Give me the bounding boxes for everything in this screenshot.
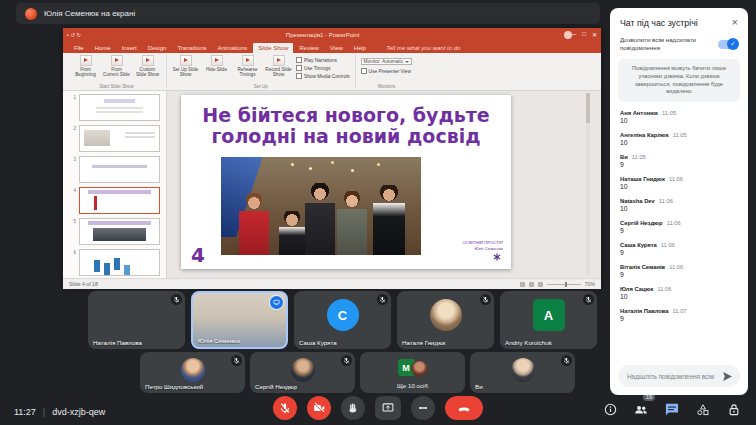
mic-off-icon xyxy=(377,294,388,305)
raise-hand-button[interactable] xyxy=(341,396,365,420)
leave-call-button[interactable] xyxy=(445,396,483,420)
participant-tile-presenting[interactable]: Юлія Семенюк xyxy=(191,291,288,349)
meet-app: Юлія Семенюк на екрані ▪ ↺ ↻ Презентація… xyxy=(0,0,756,425)
host-controls-button[interactable] xyxy=(726,401,742,417)
ppt-slide-thumbnails: 1 2 3 4 5 6 xyxy=(63,91,167,278)
person-figure xyxy=(305,183,335,255)
present-screen-icon xyxy=(382,402,394,414)
current-slide: Не бійтеся нового, будьте голодні на нов… xyxy=(181,95,511,269)
checkbox-icon xyxy=(296,73,302,79)
ppt-window-title: Презентація1 - PowerPoint xyxy=(81,32,564,38)
slide-thumbnail-4-current: 4 xyxy=(71,187,160,214)
presentation-app-icon xyxy=(25,8,37,20)
ppt-check-presenter-view: Use Presenter View xyxy=(361,68,413,74)
ppt-tab-help: Help xyxy=(349,43,371,53)
participant-tile[interactable]: Петро Шидловський xyxy=(140,352,245,393)
allow-messages-label: Дозволити всім надсилати повідомлення xyxy=(620,36,706,52)
chat-icon xyxy=(665,403,679,416)
mic-off-icon xyxy=(341,355,352,366)
chat-message: Natasha Dev11:0610 xyxy=(620,197,738,213)
chat-message: Аня Антонюк11:0510 xyxy=(620,109,738,125)
participant-tile[interactable]: C Саша Курята xyxy=(294,291,391,349)
overflow-participants-tile[interactable]: M Ще 10 осіб xyxy=(360,352,465,393)
chat-button-active[interactable] xyxy=(664,401,680,417)
slide-thumbnail-3: 3 xyxy=(71,156,160,183)
mic-off-icon xyxy=(231,355,242,366)
ppt-check-show-media: Show Media Controls xyxy=(296,73,350,79)
camera-off-icon xyxy=(313,402,325,414)
people-icon xyxy=(634,403,648,416)
info-icon xyxy=(604,403,617,416)
self-tile[interactable]: Ви xyxy=(470,352,575,393)
chat-input[interactable] xyxy=(625,372,718,381)
mic-toggle-button[interactable] xyxy=(273,396,297,420)
slideshow-icon xyxy=(80,55,92,66)
ppt-workspace: 1 2 3 4 5 6 Не бійтеся нового, будьте го… xyxy=(63,91,601,278)
side-panel-icons: 19 xyxy=(602,401,742,417)
camera-toggle-button[interactable] xyxy=(307,396,331,420)
hide-slide-icon xyxy=(211,55,223,66)
person-figure xyxy=(239,193,269,255)
avatar-initial: C xyxy=(327,299,359,331)
chat-message: Сергій Нездюр11:069 xyxy=(620,219,738,235)
participant-tile[interactable]: A Andriy Korolchuk xyxy=(500,291,597,349)
participants-button[interactable]: 19 xyxy=(633,401,649,417)
overflow-avatars: M xyxy=(398,359,428,377)
chat-panel: Чат під час зустрічі × Дозволити всім на… xyxy=(610,8,748,395)
more-options-button[interactable] xyxy=(411,396,435,420)
logo-asterisk-icon xyxy=(493,253,501,261)
lock-icon xyxy=(728,403,740,416)
ppt-tab-view: View xyxy=(325,43,348,53)
activities-button[interactable] xyxy=(695,401,711,417)
chat-message: Наталія Павлова11:079 xyxy=(620,307,738,323)
presenting-banner-text: Юлія Семенюк на екрані xyxy=(44,9,135,18)
slideshow-view-icon xyxy=(538,282,543,287)
slide-thumbnail-6: 6 xyxy=(71,249,160,276)
ppt-tab-review: Review xyxy=(294,43,324,53)
clock-time: 11:27 xyxy=(14,407,36,417)
mic-off-icon xyxy=(480,294,491,305)
chat-message: Ви11:059 xyxy=(620,153,738,169)
ppt-group-monitors: Monitor: Automatic Use Presenter View Mo… xyxy=(356,53,418,90)
avatar xyxy=(411,360,428,377)
meeting-details-button[interactable] xyxy=(602,401,618,417)
ppt-tab-slide-show: Slide Show xyxy=(253,43,293,53)
chat-message: Віталік Семанів11:069 xyxy=(620,263,738,279)
allow-messages-toggle[interactable]: ✓ xyxy=(718,40,738,49)
activities-icon xyxy=(696,403,710,416)
chat-title: Чат під час зустрічі xyxy=(620,18,698,28)
ppt-ribbon: From Beginning From Current Slide Custom… xyxy=(63,53,601,91)
ppt-btn-set-up-show: Set Up Slide Show xyxy=(172,55,199,77)
ppt-restore-icon: □ xyxy=(582,31,586,38)
checkbox-icon xyxy=(296,57,302,63)
ppt-ribbon-tabs: File Home Insert Design Transitions Anim… xyxy=(63,41,601,53)
close-icon[interactable]: × xyxy=(732,17,738,28)
ppt-group-start-slideshow: From Beginning From Current Slide Custom… xyxy=(67,53,166,90)
present-screen-button[interactable] xyxy=(375,396,401,420)
ppt-status-bar: Slide 4 of 18 70% xyxy=(63,278,601,289)
participant-strip-row2: Петро Шидловський Сергій Нездюр M Ще 10 … xyxy=(140,352,575,393)
person-figure xyxy=(337,191,367,255)
record-icon xyxy=(273,55,285,66)
send-icon[interactable] xyxy=(722,371,733,382)
participant-tile[interactable]: Наталія Павлова xyxy=(88,291,185,349)
slide-thumbnail-5: 5 xyxy=(71,218,160,245)
ppt-titlebar: ▪ ↺ ↻ Презентація1 - PowerPoint ─ □ ✕ xyxy=(63,28,601,41)
presenting-banner: Юлія Семенюк на екрані xyxy=(16,3,600,24)
call-controls xyxy=(273,396,483,420)
ppt-btn-record: Record Slide Show xyxy=(265,55,292,77)
participant-tile[interactable]: Сергій Нездюр xyxy=(250,352,355,393)
meeting-code: dvd-xzjb-qew xyxy=(52,407,105,417)
avatar xyxy=(291,358,315,382)
slide-number: 4 xyxy=(191,243,205,267)
ppt-quick-access-icons: ▪ ↺ ↻ xyxy=(67,32,81,38)
ppt-tab-file: File xyxy=(69,43,89,53)
ppt-slide-counter: Slide 4 of 18 xyxy=(69,281,98,287)
ppt-check-play-narrations: Play Narrations xyxy=(296,57,350,63)
chat-message: Ангеліна Карлюк11:0510 xyxy=(620,131,738,147)
end-call-icon xyxy=(457,402,471,414)
zoom-slider xyxy=(547,284,581,285)
chat-message: Саша Курята11:069 xyxy=(620,241,738,257)
shared-screen-powerpoint[interactable]: ▪ ↺ ↻ Презентація1 - PowerPoint ─ □ ✕ Fi… xyxy=(63,28,601,287)
participant-tile[interactable]: Наталя Гнидюк xyxy=(397,291,494,349)
